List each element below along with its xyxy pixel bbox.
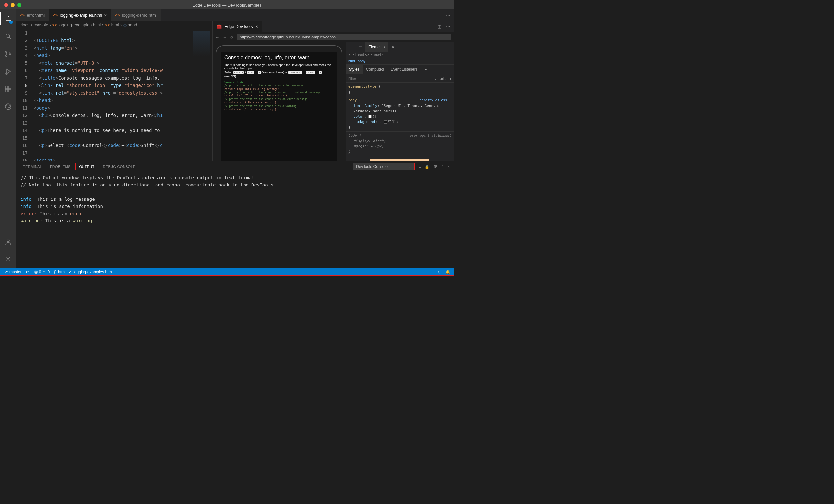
edge-devtools-tab[interactable]: 🧰 Edge DevTools × <box>213 21 262 32</box>
more-tabs-icon[interactable]: » <box>388 42 398 51</box>
html-file-icon: <> <box>115 13 120 18</box>
svg-point-1 <box>5 51 7 53</box>
tab-logging-demo[interactable]: <> logging-demo.html <box>111 9 161 21</box>
maximize-window-button[interactable] <box>17 3 21 7</box>
sync-icon[interactable]: ⟳ <box>26 270 29 274</box>
crumb[interactable]: console <box>34 22 48 27</box>
window-controls <box>0 3 21 7</box>
styles-rules: element.style {} demostyles.css:1 body {… <box>346 83 454 161</box>
dom-breadcrumb: html body <box>346 58 454 65</box>
chevron-up-icon[interactable]: ⌃ <box>441 165 444 169</box>
page-preview: Console demos: log, info, error, warn Th… <box>213 42 346 161</box>
more-icon[interactable]: ⋯ <box>446 13 450 18</box>
tab-label: error.html <box>27 13 45 18</box>
split-editor-icon[interactable]: ◫ <box>438 24 441 29</box>
hov-toggle[interactable]: :hov <box>427 76 438 81</box>
url-bar[interactable]: https://microsoftedge.github.io/DevTools… <box>237 34 451 40</box>
cls-toggle[interactable]: .cls <box>438 76 448 81</box>
styles-filter-row: :hov .cls + <box>346 74 454 83</box>
tab-error-html[interactable]: <> error.html <box>16 9 49 21</box>
crumb[interactable]: logging-examples.html <box>58 22 101 27</box>
tab-logging-examples[interactable]: <> logging-examples.html × <box>49 9 111 21</box>
preview-text: Select Control + Shift + J (Windows, Lin… <box>224 71 334 78</box>
crumb-html[interactable]: html <box>348 59 355 63</box>
source-control-icon[interactable] <box>0 47 16 60</box>
styles-filter-input[interactable] <box>346 76 427 81</box>
svg-rect-7 <box>8 89 11 92</box>
problems-status[interactable]: ⓧ 0 ⚠ 0 <box>34 269 49 275</box>
debug-console-tab[interactable]: DEBUG CONSOLE <box>100 163 139 170</box>
run-debug-icon[interactable] <box>0 65 16 78</box>
editor-group: <> error.html <> logging-examples.html ×… <box>16 9 454 268</box>
reload-icon[interactable]: ⟳ <box>230 35 234 40</box>
svg-rect-5 <box>5 86 8 89</box>
terminal-tab[interactable]: TERMINAL <box>20 163 45 170</box>
style-rule-ua[interactable]: user agent stylesheet body { display: bl… <box>346 132 454 156</box>
vscode-window: Edge DevTools — DevToolsSamples 1 <> <box>0 0 454 276</box>
more-tabs-icon[interactable]: » <box>421 65 431 74</box>
code-area[interactable]: <!DOCTYPE html> <html lang="en"> <head> … <box>34 29 191 161</box>
settings-gear-icon[interactable] <box>0 253 16 266</box>
breadcrumb[interactable]: docs› console› <> logging-examples.html›… <box>16 21 212 29</box>
language-status[interactable]: {} html | ✓ logging-examples.html <box>54 270 112 274</box>
activity-bar: 1 <box>0 9 16 268</box>
crumb[interactable]: head <box>128 22 137 27</box>
html-file-icon: <> <box>20 13 25 18</box>
main-row: 1 <> error.html <> logging-example <box>0 9 454 268</box>
panel-tabs: TERMINAL PROBLEMS OUTPUT DEBUG CONSOLE D… <box>16 161 454 172</box>
status-bar: ⎇ master ⟳ ⓧ 0 ⚠ 0 {} html | ✓ logging-e… <box>0 268 454 276</box>
account-icon[interactable] <box>0 235 16 248</box>
new-rule-icon[interactable]: + <box>448 76 454 81</box>
output-body[interactable]: // This Output window displays the DevTo… <box>16 172 454 268</box>
minimize-window-button[interactable] <box>11 3 15 7</box>
output-tab[interactable]: OUTPUT <box>75 163 98 171</box>
svg-point-2 <box>5 55 7 57</box>
git-branch[interactable]: ⎇ master <box>4 270 22 274</box>
html-file-icon: <> <box>52 22 57 27</box>
list-icon[interactable]: ≡ <box>419 165 421 169</box>
tab-overflow: ⋯ <box>443 9 454 21</box>
svg-point-11 <box>7 258 9 260</box>
minimap[interactable] <box>191 29 212 161</box>
notifications-icon[interactable]: 🔔 <box>445 270 450 274</box>
editor-body[interactable]: 123456789101112131415161718 <!DOCTYPE ht… <box>16 29 212 161</box>
crumb[interactable]: docs <box>21 22 29 27</box>
devtools-pane: 🧰 Edge DevTools × ◫ ⋯ ← → ⟳ https: <box>212 21 454 161</box>
extensions-icon[interactable] <box>0 83 16 95</box>
problems-tab[interactable]: PROBLEMS <box>47 163 74 170</box>
close-panel-icon[interactable]: × <box>448 165 449 169</box>
tab-label: Edge DevTools <box>224 24 253 29</box>
elements-tab[interactable]: Elements <box>365 42 388 51</box>
back-icon[interactable]: ← <box>215 35 219 40</box>
title-bar: Edge DevTools — DevToolsSamples <box>0 0 454 9</box>
style-rule[interactable]: element.style {} <box>346 83 454 96</box>
styles-tab[interactable]: Styles <box>346 65 363 74</box>
computed-tab[interactable]: Computed <box>363 65 387 74</box>
dom-tree-line[interactable]: ▸ <head>…</head> <box>346 52 454 58</box>
line-gutter: 123456789101112131415161718 <box>16 29 34 161</box>
devtools-split: Console demos: log, info, error, warn Th… <box>213 42 454 161</box>
editor-pane: docs› console› <> logging-examples.html›… <box>16 21 212 161</box>
close-icon[interactable]: × <box>104 13 107 18</box>
crumb[interactable]: html <box>111 22 119 27</box>
select-element-icon[interactable]: ⟀ <box>346 42 355 51</box>
preview-text: There is nothing to see here, you need t… <box>224 63 334 71</box>
content-split: docs› console› <> logging-examples.html›… <box>16 21 454 161</box>
lock-scroll-icon[interactable]: 🔓 <box>425 165 430 169</box>
rule-source-link[interactable]: demostyles.css:1 <box>420 98 451 103</box>
clear-output-icon[interactable]: 🗐 <box>433 165 437 169</box>
close-window-button[interactable] <box>4 3 8 7</box>
device-toggle-icon[interactable]: ▭ <box>355 42 365 51</box>
search-icon[interactable] <box>0 30 16 43</box>
style-rule[interactable]: demostyles.css:1 body { font-family: 'Se… <box>346 96 454 132</box>
panel-actions: DevTools Console ≡ 🔓 🗐 ⌃ × <box>353 163 449 171</box>
explorer-icon[interactable]: 1 <box>0 12 16 25</box>
feedback-icon[interactable]: ⊕ <box>438 270 441 274</box>
close-icon[interactable]: × <box>255 24 258 29</box>
forward-icon[interactable]: → <box>223 35 227 40</box>
event-listeners-tab[interactable]: Event Listeners <box>387 65 421 74</box>
edge-icon[interactable] <box>0 100 16 113</box>
more-icon[interactable]: ⋯ <box>446 24 450 29</box>
crumb-body[interactable]: body <box>358 59 366 63</box>
output-channel-select[interactable]: DevTools Console <box>353 163 415 171</box>
